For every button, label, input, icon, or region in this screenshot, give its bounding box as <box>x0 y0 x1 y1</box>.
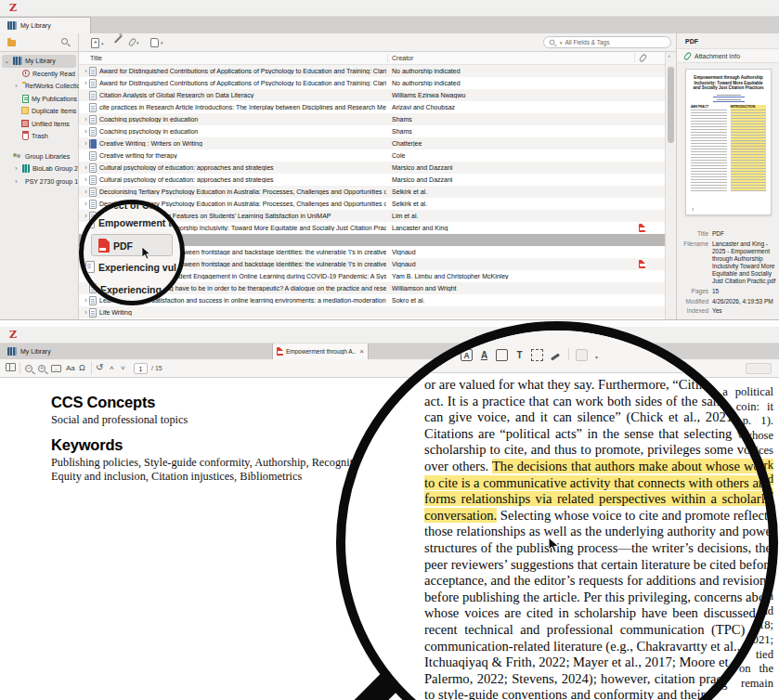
highlight-annotation[interactable]: The decisions that authors make about wh… <box>492 459 772 473</box>
context-pane-toggle[interactable] <box>746 363 772 374</box>
pdf-text-line: peer reviewers’ suggestions that certain… <box>424 557 772 574</box>
highlight-annotation[interactable]: to cite is a communicative activity that… <box>424 475 772 490</box>
expand-chevron-icon[interactable]: › <box>83 140 89 147</box>
new-note-button[interactable]: ▾ <box>150 38 163 47</box>
highlight-annotation[interactable]: forms relationships via related perspect… <box>424 491 772 506</box>
table-row[interactable]: › Life Writing <box>79 306 665 318</box>
table-row[interactable]: › Decolonising Tertiary Psychology Educa… <box>79 198 665 210</box>
sidebar-item[interactable]: ⌄ My Library <box>2 55 76 68</box>
tab-my-library[interactable]: My Library <box>0 344 272 359</box>
column-header-title[interactable]: Title <box>90 55 102 61</box>
search-input[interactable]: ▾ All Fields & Tags <box>543 36 671 48</box>
highlight-text-tool[interactable]: A <box>461 349 473 361</box>
page-up-button[interactable]: ˄ <box>110 363 114 373</box>
draw-tool[interactable] <box>549 349 561 361</box>
table-row[interactable]: › Coaching psychology in education Shams <box>79 125 665 137</box>
attachment-info-section[interactable]: Attachment Info <box>677 48 779 63</box>
zoom-in-button[interactable]: + <box>38 363 45 373</box>
table-row[interactable]: › Cultural psychology of education: appr… <box>79 162 665 174</box>
expand-chevron-icon[interactable]: › <box>13 83 19 89</box>
sidebar-group-item[interactable]: › PSY 2730 group 1 <box>0 175 78 188</box>
expand-chevron-icon[interactable]: › <box>83 80 89 86</box>
field-label-filename: Filename <box>679 240 708 286</box>
table-row[interactable]: › Cultural psychology of education: appr… <box>79 174 665 186</box>
loupe-row-experiencing[interactable]: Experiencing vul <box>85 261 176 273</box>
column-divider[interactable] <box>634 54 635 62</box>
sidebar-item[interactable]: Recently Read <box>0 68 78 81</box>
toggle-sidebar-button[interactable] <box>6 363 16 374</box>
item-creator: Shams <box>392 128 624 135</box>
table-row[interactable]: › Award for Distinguished Contributions … <box>79 77 665 89</box>
table-row[interactable]: › Award for Distinguished Contributions … <box>79 65 665 77</box>
page-number-input[interactable]: 1 <box>134 363 148 374</box>
expand-chevron-icon[interactable]: › <box>83 188 89 195</box>
new-item-button[interactable]: ▾ <box>91 38 104 48</box>
expand-chevron-icon[interactable]: › <box>83 116 89 123</box>
expand-chevron-icon[interactable]: › <box>83 176 89 183</box>
expand-chevron-icon[interactable]: › <box>83 68 89 74</box>
page-down-button[interactable]: ˅ <box>121 363 125 373</box>
add-text-tool[interactable]: T <box>513 349 526 361</box>
annotation-color-swatch[interactable] <box>576 349 588 361</box>
appearance-button[interactable]: Aa <box>66 363 75 373</box>
item-creator: Marsico and Dazzani <box>392 164 624 171</box>
new-collection-button[interactable] <box>7 38 16 46</box>
table-row[interactable]: cite practices in Research Article Intro… <box>79 101 665 113</box>
add-note-tool[interactable] <box>496 349 508 361</box>
select-area-tool[interactable] <box>531 349 543 361</box>
item-creator: Vignaud <box>392 249 624 255</box>
expand-chevron-icon[interactable]: › <box>83 309 89 316</box>
tab-my-library[interactable]: My Library <box>0 17 91 33</box>
tab-pdf-document[interactable]: Empowerment through A.. × <box>272 344 369 359</box>
undo-button2[interactable]: ↺ <box>96 362 103 372</box>
column-header-creator[interactable]: Creator <box>392 55 413 61</box>
highlight-annotation[interactable]: conversation. <box>424 508 497 523</box>
zoom-out-button[interactable]: − <box>25 363 32 373</box>
field-value-title[interactable]: PDF <box>712 230 777 238</box>
add-by-identifier-button[interactable] <box>113 38 123 40</box>
chevron-down-icon[interactable]: ▾ <box>591 352 603 364</box>
table-row[interactable]: Creative writing for therapy Cole <box>79 149 665 162</box>
expand-chevron-icon[interactable]: › <box>83 213 89 219</box>
underline-text-tool[interactable]: A <box>478 349 490 361</box>
item-creator: Lim et al. <box>392 213 624 219</box>
item-title: Decolonising Tertiary Psychology Educati… <box>99 188 386 195</box>
table-row[interactable]: › Coaching psychology in education Shams <box>79 113 665 125</box>
sidebar-item[interactable]: My Publications <box>0 93 78 106</box>
expand-chevron-icon[interactable]: › <box>13 165 19 172</box>
expand-chevron-icon[interactable]: ⌄ <box>4 58 10 65</box>
close-icon[interactable]: × <box>359 347 364 356</box>
pdf-preview-thumbnail[interactable]: Empowerment through Authorship Inclusivi… <box>685 69 772 215</box>
item-type-icon <box>89 67 97 76</box>
field-value-filename[interactable]: Lancaster and King - 2025 - Empowerment … <box>712 240 777 286</box>
scroll-up-icon[interactable]: ˄ <box>668 54 671 59</box>
sidebar-item[interactable]: Unfiled Items <box>0 118 78 131</box>
table-row[interactable]: › Creative Writing : Writers on Writing … <box>79 137 665 149</box>
sidebar-item[interactable]: › RefWorks Collection <box>0 80 78 93</box>
sidebar-item[interactable]: Duplicate Items <box>0 105 78 118</box>
table-row[interactable]: Citation Analysis of Global Research on … <box>79 89 665 101</box>
read-aloud-button[interactable]: Ω <box>79 363 85 373</box>
loupe-row-empowerment[interactable]: Empowerment th <box>85 216 177 228</box>
collections-search-button[interactable] <box>61 38 68 45</box>
pdf-text-line: scholarship to cite, and thus to promote… <box>424 442 772 459</box>
expand-chevron-icon[interactable]: › <box>83 164 89 171</box>
attachment-column-icon[interactable] <box>639 53 648 62</box>
group-library-icon <box>22 164 30 173</box>
loupe-pdf-row-content[interactable]: PDF <box>98 239 133 253</box>
expand-chevron-icon[interactable]: › <box>83 201 89 207</box>
list-scrollbar[interactable]: ˄ <box>665 52 676 319</box>
table-row[interactable]: › Learner attitudes, satisfaction and su… <box>79 294 665 306</box>
pdf-text-line: can give voice, and it can silence” (Chi… <box>424 409 772 426</box>
column-divider[interactable] <box>387 54 388 62</box>
zoom-auto-button[interactable]: ↔ <box>51 363 61 373</box>
expand-chevron-icon[interactable]: › <box>13 178 19 185</box>
expand-chevron-icon[interactable]: › <box>83 128 89 135</box>
sidebar-item[interactable]: Trash <box>0 130 78 143</box>
table-row[interactable]: › Decolonising Tertiary Psychology Educa… <box>79 186 665 198</box>
add-attachment-button[interactable]: ▾ <box>130 38 139 46</box>
expand-chevron-icon[interactable]: › <box>83 297 89 304</box>
sidebar-group-libraries[interactable]: Group Libraries <box>0 150 78 163</box>
sidebar-group-item[interactable]: › BioLab Group 2 <box>0 162 78 175</box>
scrollbar-thumb[interactable] <box>668 67 674 143</box>
